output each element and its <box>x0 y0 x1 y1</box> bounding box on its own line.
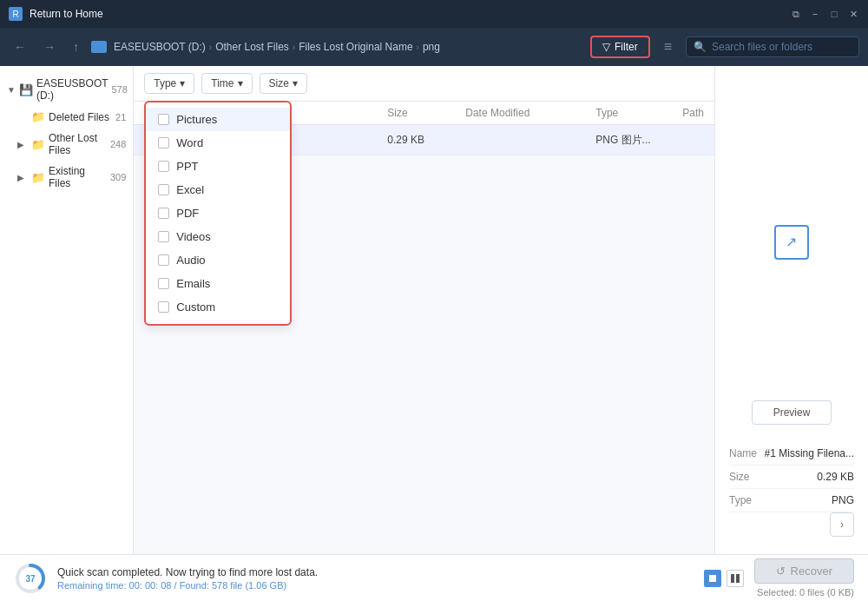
time-filter-dropdown[interactable]: Time ▾ <box>201 73 252 94</box>
type-option-custom[interactable]: Custom <box>146 295 290 319</box>
breadcrumb-item-3[interactable]: png <box>423 41 440 53</box>
type-dropdown-popup: Pictures Word PPT Excel PDF <box>144 101 292 326</box>
info-size-label: Size <box>729 471 749 483</box>
stop-controls <box>704 570 744 587</box>
type-checkbox-word[interactable] <box>158 137 169 149</box>
preview-button[interactable]: Preview <box>752 400 832 425</box>
breadcrumb-item-2[interactable]: Files Lost Original Name <box>299 41 412 53</box>
size-filter-dropdown[interactable]: Size ▾ <box>260 73 307 94</box>
titlebar: R Return to Home ⧉ − □ ✕ <box>0 0 868 28</box>
type-option-ppt[interactable]: PPT <box>146 155 290 178</box>
preview-panel: Preview Name #1 Missing Filena... Size 0… <box>714 66 868 554</box>
type-option-pdf-label: PDF <box>176 207 199 220</box>
progress-pct-label: 37 <box>25 573 35 583</box>
type-option-audio[interactable]: Audio <box>146 248 290 272</box>
info-type-value: PNG <box>832 494 854 506</box>
type-option-pictures[interactable]: Pictures <box>146 108 290 131</box>
stop-button[interactable] <box>704 570 721 587</box>
toolbar: ← → ↑ EASEUSBOOT (D:) › Other Lost Files… <box>0 28 868 66</box>
type-option-videos[interactable]: Videos <box>146 225 290 248</box>
info-size-value: 0.29 KB <box>817 471 854 483</box>
folder-otherlost-icon: 📁 <box>31 138 45 151</box>
sidebar-otherlost-count: 248 <box>110 139 126 149</box>
selected-info: Selected: 0 files (0 KB) <box>757 587 854 598</box>
search-icon: 🔍 <box>694 41 707 53</box>
type-checkbox-videos[interactable] <box>158 231 169 242</box>
recover-icon: ↺ <box>776 565 786 578</box>
maximize-icon[interactable]: □ <box>828 8 840 20</box>
menu-button[interactable]: ≡ <box>657 36 679 58</box>
type-checkbox-emails[interactable] <box>158 278 169 289</box>
folder-existing-icon: 📁 <box>31 171 45 184</box>
type-option-word[interactable]: Word <box>146 131 290 155</box>
sidebar-item-deleted[interactable]: 📁 Deleted Files 21 <box>0 106 133 128</box>
type-checkbox-ppt[interactable] <box>158 161 169 172</box>
drive-icon <box>91 41 107 53</box>
col-header-path: Path <box>682 107 704 119</box>
info-row-size: Size 0.29 KB <box>729 466 854 489</box>
sidebar-deleted-label: Deleted Files <box>49 111 112 123</box>
up-button[interactable]: ↑ <box>68 36 84 57</box>
sidebar-item-existing[interactable]: ▶ 📁 Existing Files 309 <box>0 161 133 194</box>
type-option-pdf[interactable]: PDF <box>146 201 290 225</box>
tree-toggle-otherlost: ▶ <box>17 140 28 149</box>
search-box: 🔍 <box>686 36 859 57</box>
sidebar-deleted-count: 21 <box>115 112 126 122</box>
type-option-excel-label: Excel <box>176 183 204 196</box>
sidebar-item-otherlost[interactable]: ▶ 📁 Other Lost Files 248 <box>0 128 133 161</box>
filter-label: Filter <box>615 41 638 53</box>
info-name-label: Name <box>729 447 757 459</box>
stop-icon <box>709 575 716 582</box>
statusbar: 37 Quick scan completed. Now trying to f… <box>0 554 868 601</box>
sidebar-drive-label: EASEUSBOOT (D:) <box>36 77 108 102</box>
main-area: ▼ 💾 EASEUSBOOT (D:) 578 📁 Deleted Files … <box>0 66 868 554</box>
type-checkbox-custom[interactable] <box>158 301 169 313</box>
info-type-label: Type <box>729 494 752 506</box>
type-checkbox-pdf[interactable] <box>158 208 169 219</box>
type-option-excel[interactable]: Excel <box>146 178 290 201</box>
breadcrumb-item-0[interactable]: EASEUSBOOT (D:) <box>114 41 206 53</box>
col-header-size: Size <box>387 107 465 119</box>
col-header-type: Type <box>595 107 682 119</box>
status-main-text: Quick scan completed. Now trying to find… <box>57 566 694 578</box>
preview-area <box>729 83 854 400</box>
type-option-pictures-label: Pictures <box>176 113 217 126</box>
back-button[interactable]: ← <box>9 36 31 57</box>
pause-bar-2 <box>736 574 740 583</box>
filter-button[interactable]: ▽ Filter <box>590 36 650 58</box>
breadcrumb-item-1[interactable]: Other Lost Files <box>215 41 289 53</box>
recover-section: ↺ Recover Selected: 0 files (0 KB) <box>754 558 854 598</box>
sidebar-item-drive[interactable]: ▼ 💾 EASEUSBOOT (D:) 578 <box>0 73 133 106</box>
search-input[interactable] <box>712 41 852 53</box>
type-option-emails[interactable]: Emails <box>146 272 290 295</box>
status-sub-text: Remaining time: 00: 00: 08 / Found: 578 … <box>57 580 694 591</box>
type-checkbox-pictures[interactable] <box>158 114 169 125</box>
sidebar-otherlost-label: Other Lost Files <box>49 132 107 156</box>
col-header-date: Date Modified <box>465 107 595 119</box>
type-filter-dropdown[interactable]: Type ▾ <box>144 73 194 94</box>
pause-button[interactable] <box>727 570 744 587</box>
type-option-videos-label: Videos <box>176 230 211 243</box>
drive-icon: 💾 <box>19 83 33 96</box>
filter-bar: Type ▾ Time ▾ Size ▾ Pictures Word <box>134 66 714 102</box>
recover-button[interactable]: ↺ Recover <box>754 558 854 584</box>
forward-button[interactable]: → <box>38 36 61 57</box>
type-option-word-label: Word <box>176 136 203 149</box>
recover-label: Recover <box>791 565 832 578</box>
restore-icon[interactable]: ⧉ <box>790 8 802 20</box>
pause-bar-1 <box>731 574 734 583</box>
size-chevron-icon: ▾ <box>293 77 298 89</box>
breadcrumb: EASEUSBOOT (D:) › Other Lost Files › Fil… <box>91 41 583 53</box>
type-checkbox-excel[interactable] <box>158 184 169 195</box>
close-icon[interactable]: ✕ <box>847 8 859 20</box>
titlebar-title: Return to Home <box>30 8 790 20</box>
type-checkbox-audio[interactable] <box>158 254 169 266</box>
sidebar-existing-count: 309 <box>110 172 126 182</box>
minimize-icon[interactable]: − <box>809 8 821 20</box>
info-row-type: Type PNG <box>729 489 854 512</box>
type-chevron-icon: ▾ <box>180 77 185 89</box>
tree-toggle-existing: ▶ <box>17 173 28 182</box>
type-option-emails-label: Emails <box>176 277 210 290</box>
progress-circle: 37 <box>14 562 47 595</box>
next-arrow-button[interactable]: › <box>830 512 854 537</box>
